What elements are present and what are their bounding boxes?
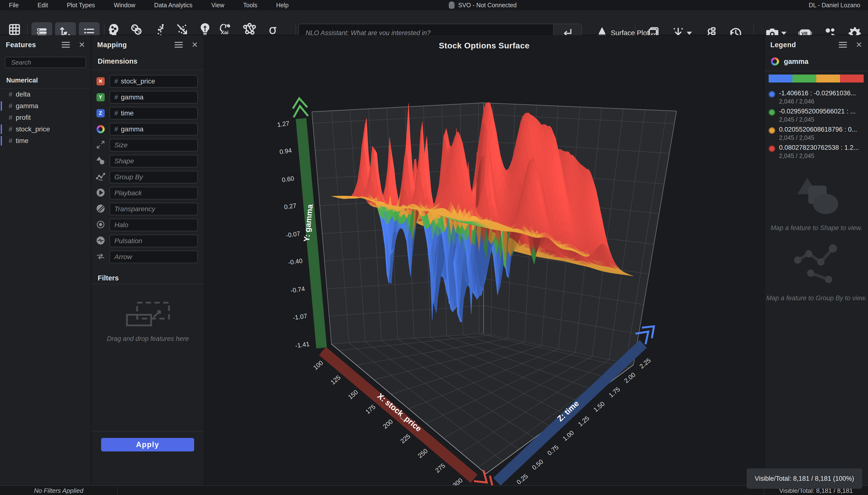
transparency-icon <box>96 204 105 214</box>
mapping-input-x-axis[interactable]: #stock_price <box>109 75 198 88</box>
mapping-close-icon[interactable]: ✕ <box>192 41 198 49</box>
plot-title: Stock Options Surface <box>204 41 764 50</box>
mapping-row-group-by: Group By <box>91 171 204 183</box>
plot-3d-viewport[interactable]: Y: gammaX: stock_priceZ: time1.270.940.6… <box>204 35 764 485</box>
legend-range: -0.0295952009566021 : ... <box>779 108 856 115</box>
filters-status: No Filters Applied <box>0 486 117 495</box>
drag-drop-icon <box>125 301 171 328</box>
svg-text:2.25: 2.25 <box>638 357 652 370</box>
menu-item-file[interactable]: File <box>9 2 19 9</box>
halo-icon <box>96 220 105 230</box>
legend-color-dot <box>768 146 775 152</box>
legend-panel-title: Legend <box>770 41 796 49</box>
mapping-input-group-by[interactable]: Group By <box>109 171 198 183</box>
feature-item-gamma[interactable]: #gamma <box>0 100 91 112</box>
legend-count: 2,045 / 2,045 <box>779 152 859 159</box>
clustering-icon[interactable] <box>129 23 143 36</box>
svg-text:Xai: Xai <box>221 30 229 35</box>
legend-gradient-bar[interactable] <box>768 74 864 83</box>
mapping-row-arrow: Arrow <box>91 251 204 263</box>
x-axis-icon: ✕ <box>96 77 105 85</box>
legend-menu-icon[interactable] <box>839 42 847 48</box>
mapping-row-transparency: Transparency <box>91 203 204 215</box>
svg-text:200: 200 <box>382 418 394 430</box>
menu-item-edit[interactable]: Edit <box>37 2 48 9</box>
y-axis-icon: Y <box>96 93 105 101</box>
explainable-ai-icon[interactable]: Xai <box>219 23 233 36</box>
svg-text:0.94: 0.94 <box>279 147 292 156</box>
svg-text:1.00: 1.00 <box>561 429 575 443</box>
user-label[interactable]: DL - Daniel Lozano <box>809 0 860 10</box>
legend-color-dot <box>768 91 775 98</box>
mapping-input-halo[interactable]: Halo <box>109 219 198 231</box>
mapping-input-size[interactable]: Size <box>109 139 198 151</box>
mapping-menu-icon[interactable] <box>175 42 183 48</box>
menu-item-view[interactable]: View <box>211 2 224 9</box>
legend-feature-name: gamma <box>784 57 809 66</box>
feature-item-delta[interactable]: #delta <box>0 88 91 100</box>
svg-text:1.75: 1.75 <box>607 386 621 399</box>
features-panel: Features ✕ Numerical #delta#gamma#profit… <box>0 35 91 485</box>
insights-icon[interactable] <box>198 23 212 36</box>
mapped-indicator <box>1 101 2 111</box>
menu-item-tools[interactable]: Tools <box>243 2 257 9</box>
mapping-input-z-axis[interactable]: #time <box>109 107 198 120</box>
color-icon <box>96 125 105 133</box>
sigma-icon[interactable]: σ <box>266 23 280 36</box>
legend-item-0[interactable]: -1.406616 : -0.02961036...2,046 / 2,046 <box>768 89 865 105</box>
menu-item-help[interactable]: Help <box>276 2 288 9</box>
features-menu-icon[interactable] <box>61 42 70 48</box>
mapping-input-arrow[interactable]: Arrow <box>109 251 198 263</box>
legend-panel: Legend ✕ gamma -1.406616 : -0.02961036..… <box>764 35 868 485</box>
legend-item-1[interactable]: -0.0295952009566021 : ...2,045 / 2,045 <box>768 108 865 123</box>
filters-dropzone[interactable]: Drag and drop features here <box>91 284 204 429</box>
mapping-panel: Mapping ✕ Dimensions ✕#stock_priceY#gamm… <box>91 35 204 485</box>
legend-count: 2,046 / 2,046 <box>779 98 856 105</box>
mapping-input-transparency[interactable]: Transparency <box>109 203 198 215</box>
mapping-input-y-axis[interactable]: #gamma <box>109 91 198 104</box>
mapping-input-pulsation[interactable]: Pulsation <box>109 235 198 247</box>
legend-count: 2,045 / 2,045 <box>779 116 856 123</box>
menu-item-plot-types[interactable]: Plot Types <box>67 2 95 9</box>
menu-item-window[interactable]: Window <box>114 2 136 9</box>
feature-item-stock_price[interactable]: #stock_price <box>0 123 91 135</box>
feature-name: gamma <box>16 102 38 110</box>
filters-label: Filters <box>98 274 119 282</box>
chevron-down-icon <box>687 32 692 35</box>
menu-item-data-analytics[interactable]: Data Analytics <box>154 2 193 9</box>
svg-text:125: 125 <box>329 374 342 386</box>
pulsation-icon <box>96 236 105 246</box>
network-icon[interactable] <box>243 23 256 36</box>
features-close-icon[interactable]: ✕ <box>78 41 85 49</box>
svg-text:0.25: 0.25 <box>515 473 529 485</box>
numeric-hash-icon: # <box>9 114 12 121</box>
mapping-input-shape[interactable]: Shape <box>109 155 198 167</box>
anomaly-icon[interactable] <box>154 23 167 36</box>
data-table-icon[interactable] <box>8 23 21 36</box>
mapping-row-halo: Halo <box>91 219 204 231</box>
mapping-row-size: Size <box>91 139 204 151</box>
group-by-hint-text: Map a feature to Group By to view. <box>764 294 868 303</box>
legend-range: -1.406616 : -0.02961036... <box>779 89 856 97</box>
dropzone-text: Drag and drop features here <box>107 335 189 343</box>
flows-icon[interactable] <box>176 23 189 36</box>
mapping-row-z-axis: Z#time <box>91 107 204 120</box>
apply-button[interactable]: Apply <box>101 438 194 451</box>
legend-item-2[interactable]: 0.0205520608618796 : 0...2,045 / 2,045 <box>768 126 865 141</box>
mapping-input-playback[interactable]: Playback <box>109 187 198 199</box>
features-panel-title: Features <box>6 41 36 49</box>
mapping-input-color[interactable]: #gamma <box>109 123 198 136</box>
shape-hint-text: Map a feature to Shape to view. <box>764 224 868 232</box>
toolbar: Xai σ Surface Plot XY <box>0 10 868 35</box>
svg-text:-0.74: -0.74 <box>290 285 305 294</box>
svg-text:250: 250 <box>417 447 429 459</box>
legend-close-icon[interactable]: ✕ <box>856 41 862 49</box>
legend-item-3[interactable]: 0.080278230762538 : 1.2...2,045 / 2,045 <box>768 144 865 159</box>
feature-item-time[interactable]: #time <box>0 135 91 147</box>
svg-text:-0.40: -0.40 <box>288 257 303 266</box>
feature-name: time <box>16 137 29 145</box>
arrow-icon <box>96 252 105 262</box>
feature-item-profit[interactable]: #profit <box>0 112 91 123</box>
ai-brain-icon[interactable] <box>106 23 120 36</box>
features-search-input[interactable] <box>11 59 93 66</box>
